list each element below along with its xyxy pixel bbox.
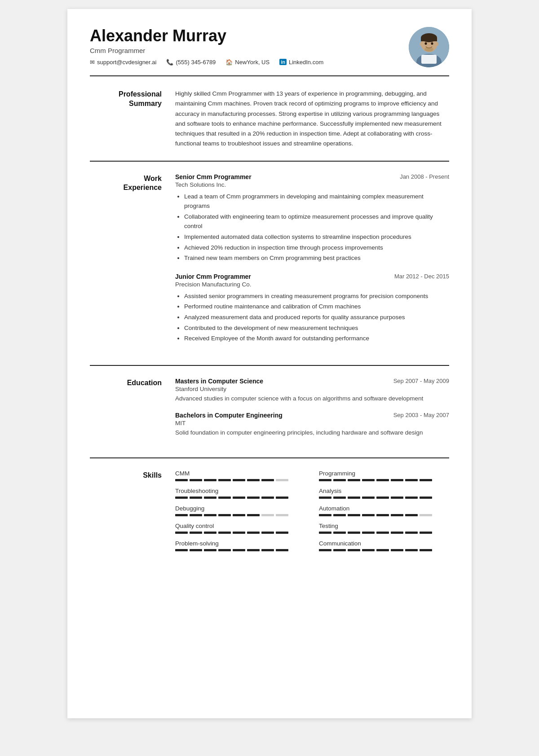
skill-item-6: Quality control xyxy=(175,523,305,534)
svg-point-10 xyxy=(424,47,433,52)
skill-segment-0-0 xyxy=(175,479,188,481)
skill-name-0: CMM xyxy=(175,470,305,477)
summary-section: ProfessionalSummary Highly skilled Cmm P… xyxy=(90,89,449,149)
skill-segment-8-7 xyxy=(276,549,288,551)
job-1-bullet-4: Achieved 20% reduction in inspection tim… xyxy=(184,243,449,253)
job-2-title: Junior Cmm Programmer xyxy=(175,273,251,280)
skill-bar-5 xyxy=(319,514,449,516)
skill-bar-7 xyxy=(319,532,449,534)
skill-segment-2-3 xyxy=(218,497,231,499)
job-1-bullets: Lead a team of Cmm programmers in develo… xyxy=(175,192,449,263)
candidate-photo xyxy=(409,27,449,67)
skill-segment-1-2 xyxy=(348,479,360,481)
job-2-bullet-1: Assisted senior programmers in creating … xyxy=(184,291,449,301)
education-label: Education xyxy=(90,378,162,446)
skill-segment-8-0 xyxy=(175,549,188,551)
skill-segment-5-1 xyxy=(333,514,346,516)
skill-name-1: Programming xyxy=(319,470,449,477)
skill-name-8: Problem-solving xyxy=(175,540,305,547)
divider-skills xyxy=(90,457,449,458)
skill-segment-4-2 xyxy=(204,514,216,516)
skill-item-2: Troubleshooting xyxy=(175,488,305,499)
phone-text: (555) 345-6789 xyxy=(176,59,216,66)
skill-segment-3-0 xyxy=(319,497,331,499)
skill-segment-0-4 xyxy=(233,479,245,481)
job-1-date: Jan 2008 - Present xyxy=(400,173,449,180)
divider-work xyxy=(90,161,449,162)
job-2-bullet-4: Contributed to the development of new me… xyxy=(184,323,449,333)
svg-point-9 xyxy=(431,42,433,45)
job-1-bullet-3: Implemented automated data collection sy… xyxy=(184,232,449,242)
skill-segment-5-4 xyxy=(376,514,389,516)
skill-segment-7-0 xyxy=(319,532,331,534)
skill-segment-3-6 xyxy=(405,497,418,499)
edu-1-degree: Masters in Computer Science xyxy=(175,378,263,385)
skill-segment-1-0 xyxy=(319,479,331,481)
divider-education xyxy=(90,365,449,366)
skill-segment-9-4 xyxy=(376,549,389,551)
edu-1-date: Sep 2007 - May 2009 xyxy=(393,378,449,384)
job-1-bullet-2: Collaborated with engineering team to op… xyxy=(184,212,449,231)
skill-segment-9-2 xyxy=(348,549,360,551)
education-section: Education Masters in Computer Science Se… xyxy=(90,378,449,446)
skill-segment-8-4 xyxy=(233,549,245,551)
skill-segment-1-5 xyxy=(391,479,403,481)
skill-segment-5-2 xyxy=(348,514,360,516)
skill-segment-2-6 xyxy=(261,497,274,499)
skill-segment-0-3 xyxy=(218,479,231,481)
skill-segment-3-2 xyxy=(348,497,360,499)
skill-segment-1-1 xyxy=(333,479,346,481)
work-section: WorkExperience Senior Cmm Programmer Jan… xyxy=(90,173,449,353)
job-2-company: Precision Manufacturing Co. xyxy=(175,281,449,288)
work-label-text: WorkExperience xyxy=(90,174,162,193)
skill-segment-9-6 xyxy=(405,549,418,551)
skills-content: CMMProgrammingTroubleshootingAnalysisDeb… xyxy=(175,470,449,551)
skill-segment-6-3 xyxy=(218,532,231,534)
skill-bar-0 xyxy=(175,479,305,481)
skill-segment-2-7 xyxy=(276,497,288,499)
summary-content: Highly skilled Cmm Programmer with 13 ye… xyxy=(175,89,449,149)
linkedin-text: LinkedIn.com xyxy=(289,59,323,66)
skill-segment-1-7 xyxy=(420,479,432,481)
summary-label: ProfessionalSummary xyxy=(90,89,162,149)
skill-name-3: Analysis xyxy=(319,488,449,494)
skill-bar-9 xyxy=(319,549,449,551)
skill-bar-4 xyxy=(175,514,305,516)
skill-segment-2-0 xyxy=(175,497,188,499)
skill-segment-1-6 xyxy=(405,479,418,481)
candidate-name: Alexander Murray xyxy=(90,27,323,45)
skill-segment-9-1 xyxy=(333,549,346,551)
skill-bar-2 xyxy=(175,497,305,499)
skill-name-4: Debugging xyxy=(175,505,305,512)
skill-segment-8-6 xyxy=(261,549,274,551)
phone-icon: 📞 xyxy=(166,59,173,66)
edu-2-school: MIT xyxy=(175,420,449,426)
edu-1-desc: Advanced studies in computer science wit… xyxy=(175,394,449,404)
skill-segment-0-6 xyxy=(261,479,274,481)
svg-point-8 xyxy=(425,42,427,45)
skill-name-9: Communication xyxy=(319,540,449,547)
job-1-header: Senior Cmm Programmer Jan 2008 - Present xyxy=(175,173,449,180)
skill-segment-5-6 xyxy=(405,514,418,516)
job-1: Senior Cmm Programmer Jan 2008 - Present… xyxy=(175,173,449,263)
skills-label-text: Skills xyxy=(90,471,162,480)
contact-list: ✉ support@cvdesigner.ai 📞 (555) 345-6789… xyxy=(90,59,323,66)
location-icon: 🏠 xyxy=(225,59,233,66)
skill-segment-9-5 xyxy=(391,549,403,551)
job-1-company: Tech Solutions Inc. xyxy=(175,181,449,188)
skill-segment-1-4 xyxy=(376,479,389,481)
resume-header: Alexander Murray Cmm Programmer ✉ suppor… xyxy=(90,27,449,76)
work-label: WorkExperience xyxy=(90,173,162,353)
skill-segment-6-4 xyxy=(233,532,245,534)
linkedin-icon: in xyxy=(279,59,287,65)
job-2-bullet-2: Performed routine maintenance and calibr… xyxy=(184,302,449,312)
skill-name-7: Testing xyxy=(319,523,449,529)
edu-1: Masters in Computer Science Sep 2007 - M… xyxy=(175,378,449,404)
skill-segment-4-4 xyxy=(233,514,245,516)
skill-segment-2-1 xyxy=(190,497,202,499)
job-1-title: Senior Cmm Programmer xyxy=(175,173,252,180)
skill-segment-0-5 xyxy=(247,479,260,481)
email-text: support@cvdesigner.ai xyxy=(97,59,156,66)
skill-segment-4-0 xyxy=(175,514,188,516)
email-icon: ✉ xyxy=(90,59,95,66)
